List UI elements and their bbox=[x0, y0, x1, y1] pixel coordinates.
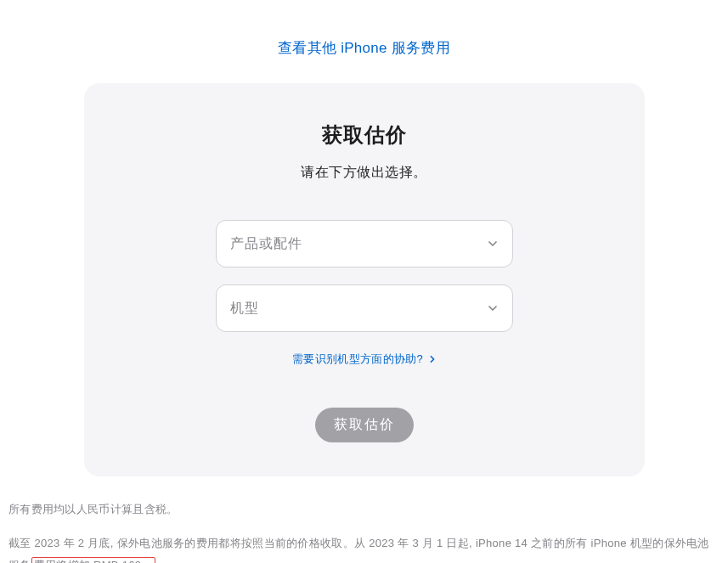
help-link-text: 需要识别机型方面的协助? bbox=[292, 352, 423, 365]
estimate-card: 获取估价 请在下方做出选择。 产品或配件 机型 需要识别机型方面的协助? bbox=[84, 83, 645, 476]
footer-line-1: 所有费用均以人民币计算且含税。 bbox=[8, 498, 720, 521]
identify-model-help-link[interactable]: 需要识别机型方面的协助? bbox=[292, 352, 436, 365]
model-select-placeholder: 机型 bbox=[230, 300, 259, 318]
card-title: 获取估价 bbox=[118, 121, 611, 149]
other-services-link[interactable]: 查看其他 iPhone 服务费用 bbox=[278, 40, 450, 56]
chevron-right-icon bbox=[429, 353, 436, 366]
card-subtitle: 请在下方做出选择。 bbox=[118, 164, 611, 182]
help-link-row: 需要识别机型方面的协助? bbox=[118, 351, 611, 367]
product-select-wrap: 产品或配件 bbox=[216, 220, 513, 267]
footer-highlight: 费用将增加 RMB 169。 bbox=[31, 557, 155, 563]
header-link-row: 查看其他 iPhone 服务费用 bbox=[8, 38, 720, 58]
footer-line-2: 截至 2023 年 2 月底, 保外电池服务的费用都将按照当前的价格收取。从 2… bbox=[8, 532, 720, 563]
product-select-placeholder: 产品或配件 bbox=[230, 235, 302, 253]
get-estimate-button[interactable]: 获取估价 bbox=[315, 408, 414, 442]
product-select[interactable]: 产品或配件 bbox=[216, 220, 513, 267]
model-select[interactable]: 机型 bbox=[216, 284, 513, 332]
model-select-wrap: 机型 bbox=[216, 284, 513, 332]
footer-notes: 所有费用均以人民币计算且含税。 截至 2023 年 2 月底, 保外电池服务的费… bbox=[8, 476, 720, 563]
